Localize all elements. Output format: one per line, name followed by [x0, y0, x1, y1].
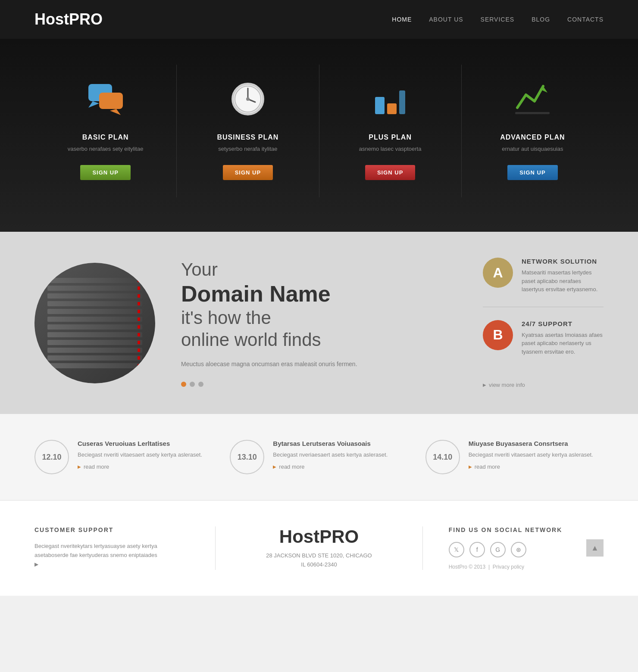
plan-name: BASIC PLAN	[82, 134, 129, 141]
feature-desc-1: Kyatrsas asertas Imoiasas afaes paset ap…	[522, 331, 604, 356]
domain-line4: online world finds	[181, 330, 321, 350]
footer-support-more-icon[interactable]: ▶	[34, 561, 38, 567]
svg-marker-1	[88, 101, 99, 108]
footer-support-desc: Beciegast nveritekytars lertyasuayse ase…	[34, 542, 189, 560]
signup-button[interactable]: SIGN UP	[223, 165, 273, 180]
plan-name: ADVANCED PLAN	[500, 134, 565, 141]
svg-rect-14	[515, 112, 550, 114]
slider-dot-2[interactable]	[190, 382, 195, 387]
social-icon-rss[interactable]: ⊛	[511, 542, 526, 557]
read-more-link-2[interactable]: read more	[469, 464, 593, 470]
news-title-2: Miuyase Buyasasera Consrtsera	[469, 440, 593, 447]
news-item-2: 14.10 Miuyase Buyasasera Consrtsera Beci…	[425, 440, 604, 474]
plan-name: BUSINESS PLAN	[217, 134, 278, 141]
plan-icon-chat	[84, 78, 127, 121]
footer-support: CUSTOMER SUPPORT Beciegast nveritekytars…	[34, 526, 189, 570]
footer-social-title: FIND US ON SOCIAL NETWORK	[449, 526, 604, 533]
svg-rect-12	[399, 90, 405, 114]
news-content-0: Cuseras Veruoiuas Lerltatises Beciegast …	[78, 440, 202, 470]
plan-desc: ernatur aut uisquaesuias	[502, 146, 563, 152]
plan-icon-arrow	[511, 78, 554, 121]
feature-content-1: 24/7 SUPPORT Kyatrsas asertas Imoiasas a…	[522, 320, 604, 356]
feature-content-0: NETWORK SOLUTION Matseariti masertas ler…	[522, 258, 604, 294]
footer-support-title: CUSTOMER SUPPORT	[34, 526, 189, 533]
svg-rect-2	[99, 93, 123, 109]
news-desc-0: Beciegast nveriti vitaesaert asety kerty…	[78, 451, 202, 459]
footer-divider-2	[422, 526, 423, 570]
nav-item-about-us[interactable]: ABOUT US	[429, 16, 463, 23]
plan-desc: asnemo lasec vasptoerta	[359, 146, 422, 152]
feature-item-1: B 24/7 SUPPORT Kyatrsas asertas Imoiasas…	[483, 320, 604, 369]
slider-dot-3[interactable]	[198, 382, 203, 387]
footer-wrapper: CUSTOMER SUPPORT Beciegast nveritekytars…	[0, 500, 638, 596]
news-date-0: 12.10	[34, 440, 69, 474]
domain-desc: Meuctus aloecase magna oncumsan eras mal…	[181, 359, 457, 369]
plan-name: PLUS PLAN	[369, 134, 412, 141]
plan-card-plus-plan: PLUS PLAN asnemo lasec vasptoerta SIGN U…	[319, 65, 462, 197]
view-more-link[interactable]: view more info	[483, 382, 604, 388]
domain-section: Your Domain Name it's how the online wor…	[0, 232, 638, 414]
social-icon-facebook[interactable]: f	[469, 542, 485, 557]
read-more-link-1[interactable]: read more	[273, 464, 388, 470]
footer: CUSTOMER SUPPORT Beciegast nveritekytars…	[0, 500, 638, 596]
header: HostPRO HOMEABOUT USSERVICESBLOGCONTACTS	[0, 0, 638, 39]
news-content-1: Bytarsas Lerutseras Voiuasoais Beciegast…	[273, 440, 388, 470]
social-icons: 𝕏fG⊛	[449, 542, 604, 557]
footer-social: FIND US ON SOCIAL NETWORK 𝕏fG⊛ HostPro ©…	[449, 526, 604, 570]
signup-button[interactable]: SIGN UP	[365, 165, 415, 180]
svg-rect-10	[375, 97, 385, 114]
signup-button[interactable]: SIGN UP	[507, 165, 557, 180]
domain-line2: Domain Name	[181, 280, 457, 307]
plan-desc: setyserbo nerafa itylitae	[218, 146, 277, 152]
server-visual	[34, 263, 155, 383]
server-image	[34, 263, 155, 383]
nav-item-blog[interactable]: BLOG	[532, 16, 550, 23]
news-title-0: Cuseras Veruoiuas Lerltatises	[78, 440, 202, 447]
social-icon-google[interactable]: G	[490, 542, 506, 557]
feature-badge-b: B	[483, 320, 513, 350]
news-date-1: 13.10	[230, 440, 264, 474]
footer-logo: HostPRO	[241, 526, 396, 547]
feature-badge-a: A	[483, 258, 513, 288]
feature-title-1: 24/7 SUPPORT	[522, 320, 604, 327]
features-col: A NETWORK SOLUTION Matseariti masertas l…	[483, 258, 604, 388]
svg-rect-11	[387, 103, 397, 114]
footer-privacy-link[interactable]: Privacy policy	[493, 564, 524, 570]
footer-divider-1	[215, 526, 216, 570]
news-desc-1: Beciegast nveriaesaert asets kertya asle…	[273, 451, 388, 459]
svg-point-9	[246, 97, 250, 101]
feature-item-0: A NETWORK SOLUTION Matseariti masertas l…	[483, 258, 604, 307]
plan-icon-clock	[226, 78, 269, 121]
footer-bottom: HostPro © 2013 | Privacy policy	[449, 564, 604, 570]
scroll-top-button[interactable]: ▲	[586, 539, 604, 557]
nav-item-home[interactable]: HOME	[392, 16, 412, 23]
nav-item-services[interactable]: SERVICES	[481, 16, 515, 23]
news-desc-2: Beciegast nveriti vitaesaert asety kerty…	[469, 451, 593, 459]
footer-address: 28 JACKSON BLVD STE 1020, CHICAGOIL 6060…	[241, 551, 396, 569]
plans-section: BASIC PLAN vaserbo nerafaes sety eitylit…	[0, 39, 638, 232]
news-section: 12.10 Cuseras Veruoiuas Lerltatises Beci…	[0, 414, 638, 500]
slider-dot-1[interactable]	[181, 382, 186, 387]
read-more-link-0[interactable]: read more	[78, 464, 202, 470]
plan-card-advanced-plan: ADVANCED PLAN ernatur aut uisquaesuias S…	[462, 65, 604, 197]
plan-desc: vaserbo nerafaes sety eitylitae	[68, 146, 144, 152]
slider-dots[interactable]	[181, 382, 457, 387]
social-icon-twitter[interactable]: 𝕏	[449, 542, 464, 557]
footer-brand: HostPRO 28 JACKSON BLVD STE 1020, CHICAG…	[241, 526, 396, 570]
news-item-0: 12.10 Cuseras Veruoiuas Lerltatises Beci…	[34, 440, 213, 474]
logo: HostPRO	[34, 10, 103, 28]
footer-copyright: HostPro © 2013	[449, 564, 486, 570]
signup-button[interactable]: SIGN UP	[80, 165, 130, 180]
plan-icon-chart	[369, 78, 412, 121]
feature-title-0: NETWORK SOLUTION	[522, 258, 604, 265]
plan-card-basic-plan: BASIC PLAN vaserbo nerafaes sety eitylit…	[34, 65, 177, 197]
domain-text: Your Domain Name it's how the online wor…	[181, 259, 457, 387]
news-title-1: Bytarsas Lerutseras Voiuasoais	[273, 440, 388, 447]
main-nav: HOMEABOUT USSERVICESBLOGCONTACTS	[392, 16, 604, 23]
news-date-2: 14.10	[425, 440, 460, 474]
nav-item-contacts[interactable]: CONTACTS	[567, 16, 604, 23]
domain-line3: it's how the	[181, 308, 271, 328]
news-item-1: 13.10 Bytarsas Lerutseras Voiuasoais Bec…	[230, 440, 408, 474]
news-content-2: Miuyase Buyasasera Consrtsera Beciegast …	[469, 440, 593, 470]
plan-card-business-plan: BUSINESS PLAN setyserbo nerafa itylitae …	[177, 65, 319, 197]
